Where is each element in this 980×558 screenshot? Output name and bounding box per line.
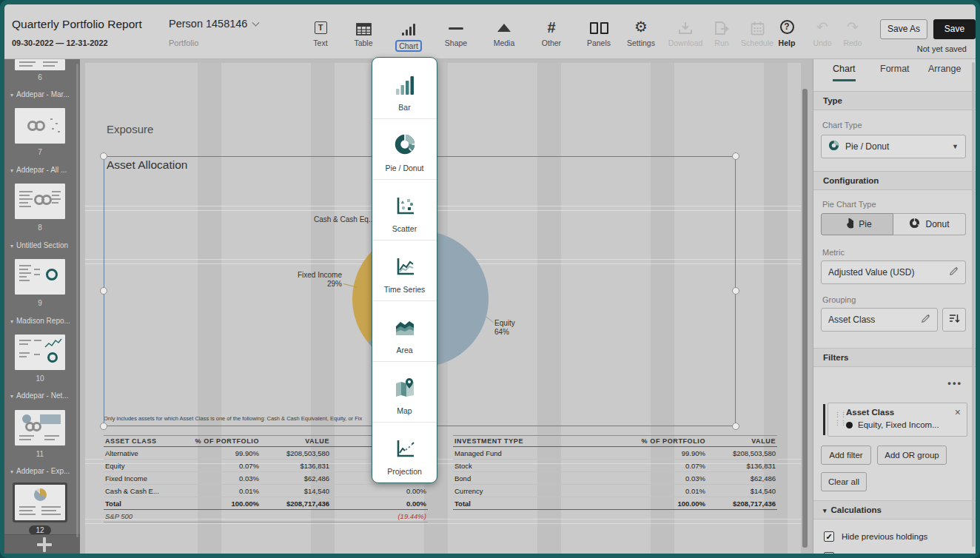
redo-icon: ↷ [847, 19, 859, 36]
remove-filter-icon[interactable]: × [955, 406, 961, 418]
chevron-down-icon: ▼ [952, 143, 959, 150]
page-number: 6 [15, 73, 65, 81]
add-or-group-button[interactable]: Add OR group [877, 446, 947, 465]
page-thumbnail-10[interactable] [15, 335, 65, 370]
menu-item-projection[interactable]: Projection [372, 422, 437, 483]
page-number: 9 [15, 299, 65, 307]
inspector-panel: Chart Format Arrange Type Chart Type Pie… [813, 59, 976, 554]
section-heading-type: Type [813, 91, 976, 110]
add-filter-button[interactable]: Add filter [821, 446, 871, 465]
undo-icon: ↶ [816, 19, 828, 36]
section-collapse-caret: ▾ [10, 92, 13, 98]
partial-checkbox[interactable] [824, 552, 834, 554]
menu-item-time-series[interactable]: Time Series [372, 240, 437, 300]
filter-card[interactable]: ⋮⋮⋮⋮ Asset Class Equity, Fixed Incom... … [828, 403, 967, 437]
page-thumbnail-12-selected[interactable] [15, 485, 65, 520]
clear-all-button[interactable]: Clear all [821, 472, 867, 491]
tab-arrange[interactable]: Arrange [928, 64, 961, 79]
tool-chart[interactable]: Chart [388, 16, 429, 52]
chevron-down-icon [252, 19, 260, 27]
page-number: 11 [15, 450, 65, 458]
hide-previous-holdings-checkbox[interactable]: ✓ [824, 531, 834, 542]
tool-shape[interactable]: Shape [435, 16, 477, 47]
canvas-scrollbar[interactable] [802, 89, 808, 548]
sort-button[interactable] [942, 308, 966, 332]
tool-panels[interactable]: Panels [578, 16, 620, 47]
hide-previous-holdings-label: Hide previous holdings [842, 532, 927, 541]
sidebar-section-label[interactable]: ▾Addepar - Mar... [10, 90, 80, 98]
tool-table[interactable]: Table [343, 16, 384, 47]
table-row: Managed Fund99.90%$208,503,580 [453, 447, 777, 460]
selection-handle-top-left[interactable] [100, 152, 107, 160]
tool-redo: ↷ Redo [832, 16, 873, 47]
menu-item-pie-donut[interactable]: Pie / Donut [372, 118, 437, 179]
donut-option-button[interactable]: Donut [893, 213, 966, 235]
page-number: 7 [15, 148, 65, 156]
section-collapse-caret: ▾ [10, 468, 13, 475]
collapse-caret-icon: ▾ [823, 507, 827, 514]
page-section-title: Exposure [107, 123, 153, 135]
tab-format[interactable]: Format [880, 64, 910, 79]
entity-selector[interactable]: Person 1458146 [169, 18, 258, 30]
report-canvas[interactable]: Exposure Asset Allocation Cash & Cash Eq… [80, 59, 813, 554]
add-page-button[interactable] [4, 534, 80, 554]
panel-scrollbar[interactable] [972, 62, 975, 547]
selection-handle-mid-right[interactable] [732, 287, 739, 295]
pie-type-segmented-control: Pie Donut [821, 213, 966, 235]
menu-item-scatter[interactable]: Scatter [372, 179, 437, 240]
metric-label: Metric [822, 248, 845, 257]
table-row: Currency0.01%$14,540 [453, 485, 777, 497]
tool-text[interactable]: T Text [300, 16, 341, 47]
tool-media[interactable]: Media [483, 16, 525, 47]
table-header-row: INVESTMENT TYPE % OF PORTFOLIO VALUE [453, 436, 777, 447]
page-thumbnail-9[interactable] [15, 259, 65, 295]
sidebar-scrollbar[interactable] [76, 64, 78, 537]
grouping-field[interactable]: Asset Class [821, 308, 938, 332]
drag-handle-icon[interactable]: ⋮⋮⋮⋮ [834, 411, 846, 427]
investment-type-table: INVESTMENT TYPE % OF PORTFOLIO VALUE Man… [453, 435, 777, 510]
donut-icon [909, 218, 920, 231]
sidebar-section-label[interactable]: ▾Addepar - Exp... [10, 467, 80, 475]
metric-field[interactable]: Adjusted Value (USD) [821, 260, 966, 284]
sidebar-section-label[interactable]: ▾Untitled Section [10, 241, 80, 249]
sidebar-section-label[interactable]: ▾Madison Repo... [10, 317, 80, 325]
save-as-button[interactable]: Save As [880, 19, 927, 39]
report-date-range: 09-30-2022 — 12-31-2022 [12, 38, 108, 47]
section-collapse-caret: ▾ [10, 393, 13, 400]
selection-handle-mid-left[interactable] [100, 287, 107, 295]
table-total-row: Total100.00%$208,717,436 [453, 497, 777, 510]
download-icon [665, 16, 706, 36]
pencil-icon[interactable] [921, 314, 930, 326]
chart-type-select[interactable]: Pie / Donut ▼ [821, 135, 966, 158]
section-heading-calculations[interactable]: ▾Calculations [813, 500, 976, 520]
sidebar-section-label[interactable]: ▾Addepar - All ... [10, 166, 80, 174]
grouping-label: Grouping [822, 295, 856, 304]
menu-item-area[interactable]: Area [372, 300, 437, 361]
pie-chart-type-label: Pie Chart Type [822, 200, 876, 209]
selection-handle-top-right[interactable] [732, 152, 739, 160]
tool-other[interactable]: # Other [531, 16, 572, 47]
hash-icon: # [547, 19, 555, 36]
sidebar-section-label[interactable]: ▾Addepar - Net... [10, 391, 80, 400]
app-window: Quarterly Portfolio Report 09-30-2022 — … [0, 0, 980, 558]
page-thumbnail-6[interactable] [15, 59, 65, 70]
pie-option-button[interactable]: Pie [821, 213, 893, 235]
save-button[interactable]: Save [933, 19, 976, 39]
page-thumbnail-11[interactable] [15, 410, 65, 446]
menu-item-map[interactable]: Map [372, 361, 437, 422]
page-thumbnail-7[interactable] [15, 108, 65, 144]
selection-handle-bottom-left[interactable] [100, 423, 107, 430]
section-collapse-caret: ▾ [10, 318, 13, 325]
bar-chart-icon [393, 73, 417, 98]
filters-overflow-menu[interactable]: ••• [947, 377, 962, 389]
tab-chart[interactable]: Chart [833, 64, 856, 81]
map-chart-icon [393, 377, 417, 402]
tool-settings[interactable]: ⚙ Settings [620, 16, 662, 47]
filter-value-dot-icon [846, 422, 853, 428]
pencil-icon[interactable] [949, 266, 959, 278]
selection-handle-bottom-right[interactable] [732, 423, 739, 430]
scatter-chart-icon [393, 195, 417, 220]
page-thumbnail-8[interactable] [15, 184, 65, 219]
time-series-chart-icon [393, 255, 417, 280]
menu-item-bar[interactable]: Bar [372, 58, 437, 118]
